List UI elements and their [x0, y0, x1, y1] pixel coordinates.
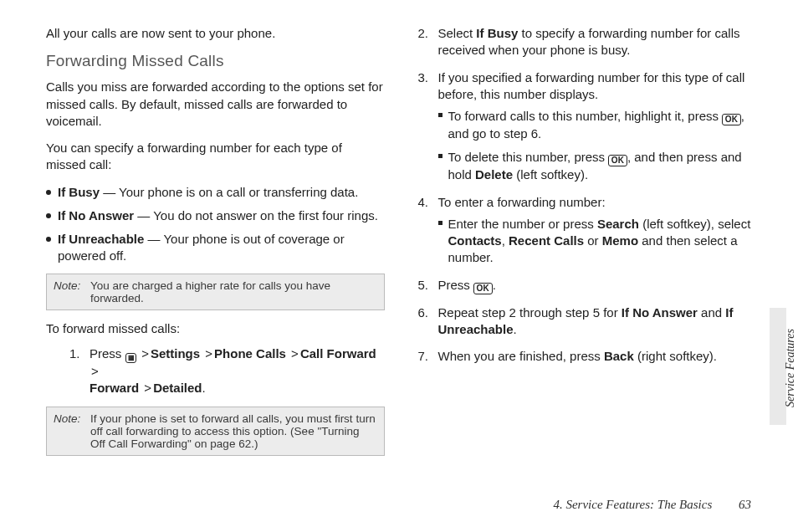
s4-contacts: Contacts	[448, 233, 502, 248]
s7-bold: Back	[604, 349, 634, 363]
nav-forward: Forward	[90, 381, 139, 395]
page-footer: 4. Service Features: The Basics 63	[553, 498, 751, 512]
para-forward-desc: Calls you miss are forwarded according t…	[46, 79, 385, 130]
s7b: (right softkey).	[634, 349, 717, 363]
s5a: Press	[438, 278, 474, 292]
s4-memo: Memo	[602, 233, 638, 248]
subheading-forwarding: Forwarding Missed Calls	[46, 52, 385, 70]
step-2: Select If Busy to specify a forwarding n…	[418, 25, 757, 59]
nav-sep: >	[142, 381, 153, 395]
nav-sep: >	[140, 346, 151, 361]
ok-key-icon: OK	[608, 155, 627, 166]
left-column: All your calls are now sent to your phon…	[46, 25, 385, 466]
s7a: When you are finished, press	[438, 349, 604, 363]
s4-recent: Recent Calls	[509, 233, 584, 248]
ok-key-icon: OK	[722, 114, 741, 125]
step-6: Repeat step 2 through step 5 for If No A…	[418, 304, 757, 339]
missed-call-types-list: If Busy — Your phone is on a call or tra…	[46, 184, 385, 265]
s3s2a: To delete this number, press	[448, 150, 609, 164]
footer-chapter: 4. Service Features: The Basics	[553, 498, 712, 511]
s6b: .	[514, 322, 517, 336]
s2-bold: If Busy	[476, 26, 518, 40]
side-tab-label: Service Features	[784, 309, 797, 427]
text-if-busy: — Your phone is on a call or transferrin…	[100, 185, 358, 199]
s5b: .	[493, 278, 496, 292]
nav-detailed: Detailed	[153, 381, 202, 395]
step4-sub1: Enter the number or press Search (left s…	[438, 216, 757, 267]
s4-search: Search	[597, 217, 639, 231]
step4-sublist: Enter the number or press Search (left s…	[438, 216, 757, 267]
nav-phone-calls: Phone Calls	[214, 346, 286, 361]
note-body: If your phone is set to forward all call…	[90, 412, 377, 450]
step3-sub2: To delete this number, press OK, and the…	[438, 149, 757, 183]
s3-text: If you specified a forwarding number for…	[438, 70, 745, 101]
s4-text: To enter a forwarding number:	[438, 195, 606, 209]
label-if-busy: If Busy	[58, 185, 100, 199]
s4-or: or	[584, 233, 602, 248]
text-if-no-answer: — You do not answer on the first four ri…	[134, 208, 378, 223]
s3s1a: To forward calls to this number, highlig…	[448, 109, 723, 123]
lead-in-forward: To forward missed calls:	[46, 320, 385, 337]
s6a: Repeat step 2 through step 5 for	[438, 305, 622, 320]
bullet-if-no-answer: If No Answer — You do not answer on the …	[46, 207, 385, 224]
footer-page-number: 63	[739, 498, 751, 511]
note-rate: Note: You are charged a higher rate for …	[46, 274, 385, 310]
note-body: You are charged a higher rate for calls …	[90, 279, 377, 304]
bullet-if-busy: If Busy — Your phone is on a call or tra…	[46, 184, 385, 201]
steps-left: Press ▦ >Settings >Phone Calls >Call For…	[69, 345, 385, 397]
s6-and: and	[698, 305, 725, 320]
note-label: Note:	[54, 412, 90, 450]
label-if-no-answer: If No Answer	[58, 208, 134, 223]
s3s2-bold: Delete	[475, 167, 513, 182]
bullet-if-unreachable: If Unreachable — Your phone is out of co…	[46, 231, 385, 265]
step3-sub1: To forward calls to this number, highlig…	[438, 108, 757, 142]
nav-sep: >	[90, 364, 100, 378]
step-3: If you specified a forwarding number for…	[418, 69, 757, 184]
page-content: All your calls are now sent to your phon…	[0, 0, 798, 466]
s2a: Select	[438, 26, 477, 40]
step-7: When you are finished, press Back (right…	[418, 348, 757, 365]
s4-comma: ,	[502, 233, 509, 248]
s4b: (left softkey), select	[639, 217, 750, 231]
label-if-unreachable: If Unreachable	[58, 232, 144, 246]
s4a: Enter the number or press	[448, 217, 597, 231]
step1-prefix: Press	[90, 346, 125, 361]
intro-line: All your calls are now sent to your phon…	[46, 25, 385, 42]
s3s2c: (left softkey).	[513, 167, 588, 182]
right-column: Select If Busy to specify a forwarding n…	[418, 25, 757, 466]
nav-settings: Settings	[151, 346, 200, 361]
note-label: Note:	[54, 279, 90, 304]
para-specify: You can specify a forwarding number for …	[46, 140, 385, 174]
nav-sep: >	[289, 346, 300, 361]
nav-sep: >	[203, 346, 214, 361]
steps-right: Select If Busy to specify a forwarding n…	[418, 25, 757, 365]
nav-call-forward: Call Forward	[300, 346, 376, 361]
s6-bold1: If No Answer	[622, 305, 698, 320]
step-5: Press OK.	[418, 277, 757, 294]
note-turn-off: Note: If your phone is set to forward al…	[46, 407, 385, 456]
lead-in-text: To forward missed calls:	[46, 321, 180, 335]
step3-sublist: To forward calls to this number, highlig…	[438, 108, 757, 184]
menu-key-icon: ▦	[125, 353, 137, 363]
ok-key-icon: OK	[473, 283, 493, 294]
step-4: To enter a forwarding number: Enter the …	[418, 194, 757, 267]
step-1: Press ▦ >Settings >Phone Calls >Call For…	[69, 345, 385, 397]
